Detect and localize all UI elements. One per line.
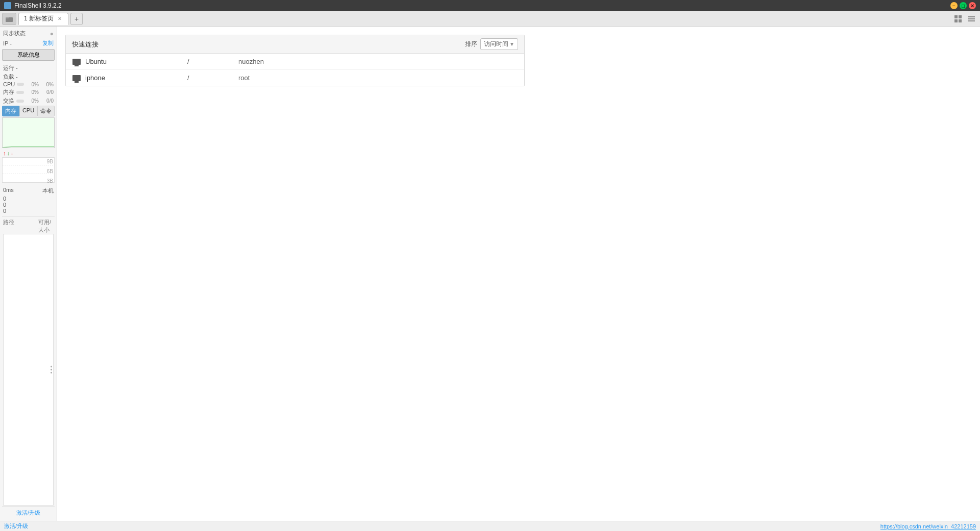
swap-right: 0/0: [41, 98, 54, 104]
quick-connect-panel: 快速连接 排序 访问时间 ▼ Ubuntu /: [65, 35, 525, 86]
net-label-6b: 6B: [47, 168, 53, 174]
memory-right: 0/0: [41, 89, 54, 95]
quick-connect-header: 快速连接 排序 访问时间 ▼: [66, 35, 524, 54]
net-label-9b: 9B: [47, 159, 53, 164]
net-val-row-2: 0: [3, 202, 54, 208]
swap-progress-bar: [16, 100, 24, 103]
folder-icon: [6, 16, 13, 22]
sort-dropdown[interactable]: 访问时间 ▼: [480, 38, 518, 50]
sync-label: 同步状态: [3, 30, 26, 37]
grid-icon: [954, 15, 962, 22]
monitor-tabs: 内存 CPU 命令: [2, 106, 55, 116]
tab-commands[interactable]: 命令: [37, 106, 55, 116]
sync-icon: ●: [50, 30, 54, 37]
net-values: 0 0 0: [2, 196, 55, 214]
upload-arrow-icon: ↑: [3, 150, 6, 156]
iphone-connection-icon: [72, 75, 81, 82]
cpu-progress-bar: [17, 83, 24, 86]
ubuntu-connection-icon: [72, 58, 81, 65]
status-bar: 激活/升级 https://blog.csdn.net/weixin_42212…: [0, 521, 980, 531]
scrollbar-dots: [51, 366, 52, 374]
iphone-connection-name: iphone: [85, 74, 187, 82]
monitor-icon-iphone: [72, 75, 81, 81]
sync-status-row: 同步状态 ●: [2, 30, 55, 37]
title-bar-controls: − □ ✕: [950, 2, 976, 9]
memory-row: 内存 0% 0/0: [2, 88, 55, 96]
swap-row: 交换 0% 0/0: [2, 97, 55, 105]
tab-cpu[interactable]: CPU: [19, 106, 37, 116]
files-path-header: 路径: [3, 219, 37, 234]
tab-bar-right: [952, 13, 980, 25]
view-grid-button[interactable]: [952, 13, 964, 25]
activate-button[interactable]: 激活/升级: [3, 509, 54, 517]
net-graph-container: 9B 6B 3B: [2, 157, 55, 185]
memory-label: 内存: [3, 88, 14, 96]
running-row: 运行 -: [2, 64, 55, 73]
maximize-button[interactable]: □: [960, 2, 967, 9]
sys-info-button[interactable]: 系统信息: [2, 49, 55, 61]
dot-1: [51, 366, 52, 368]
net-val-row-1: 0: [3, 196, 54, 202]
svg-rect-1: [6, 17, 9, 18]
chevron-down-icon: ▼: [509, 41, 514, 47]
iphone-connection-user: root: [238, 74, 250, 82]
title-bar-left: FinalShell 3.9.2.2: [4, 2, 62, 9]
dot-2: [51, 369, 52, 371]
tab-bar: 1 新标签页 ✕ +: [0, 11, 980, 27]
content-area: 快速连接 排序 访问时间 ▼ Ubuntu /: [57, 27, 980, 521]
main-area: 同步状态 ● IP - 复制 系统信息 运行 - 负载 - CPU: [0, 27, 980, 521]
svg-rect-2: [954, 15, 958, 18]
download-arrow-icon: ↓: [7, 150, 10, 156]
new-tab-button[interactable]: +: [70, 13, 83, 25]
monitor-icon-ubuntu: [72, 59, 81, 65]
tab-memory[interactable]: 内存: [2, 106, 19, 116]
cpu-label: CPU: [3, 81, 15, 87]
latency-row: 0ms 本机: [2, 187, 55, 195]
svg-rect-8: [968, 20, 975, 21]
sidebar-bottom: 激活/升级: [2, 506, 55, 518]
iphone-connection-path: /: [187, 74, 238, 82]
net-val-row-3: 0: [3, 208, 54, 214]
connection-row-ubuntu[interactable]: Ubuntu / nuozhen: [66, 54, 524, 70]
svg-rect-5: [959, 19, 962, 22]
copy-button[interactable]: 复制: [42, 39, 54, 47]
tab-label: 1 新标签页: [24, 14, 54, 23]
chart-svg: [3, 118, 54, 148]
swap-value: 0%: [26, 98, 39, 104]
swap-label: 交换: [3, 97, 14, 105]
view-list-button[interactable]: [966, 13, 977, 25]
memory-value: 0%: [26, 89, 39, 95]
ip-row: IP - 复制: [2, 39, 55, 47]
svg-rect-7: [968, 18, 975, 19]
status-bar-link[interactable]: https://blog.csdn.net/weixin_42212159: [880, 523, 976, 529]
close-button[interactable]: ✕: [969, 2, 976, 9]
cpu-value: 0%: [26, 82, 39, 87]
sort-area: 排序 访问时间 ▼: [465, 38, 518, 50]
net-neutral-icon: ↓: [11, 150, 13, 156]
ubuntu-connection-path: /: [187, 58, 238, 65]
minimize-button[interactable]: −: [950, 2, 958, 9]
connection-row-iphone[interactable]: iphone / root: [66, 70, 524, 86]
svg-rect-3: [959, 15, 962, 18]
sort-option-label: 访问时间: [484, 40, 508, 49]
title-bar: FinalShell 3.9.2.2 − □ ✕: [0, 0, 980, 11]
app-container: 1 新标签页 ✕ +: [0, 11, 980, 531]
dot-3: [51, 372, 52, 374]
files-table-header: 路径 可用/大小: [2, 216, 55, 234]
cpu-row: CPU 0% 0%: [2, 81, 55, 87]
folder-button[interactable]: [2, 13, 16, 25]
files-table-body: [3, 234, 54, 505]
svg-rect-4: [954, 19, 958, 22]
active-tab[interactable]: 1 新标签页 ✕: [18, 13, 68, 25]
status-bar-left: 激活/升级: [4, 522, 28, 530]
category-row: 负载 -: [2, 73, 55, 81]
ip-label: IP -: [3, 40, 12, 46]
net-label-3b: 3B: [47, 178, 53, 184]
tab-close-button[interactable]: ✕: [57, 16, 63, 21]
ubuntu-connection-name: Ubuntu: [85, 58, 187, 65]
memory-progress-bar: [16, 91, 24, 94]
status-activate-label[interactable]: 激活/升级: [4, 522, 28, 530]
app-title: FinalShell 3.9.2.2: [14, 2, 62, 9]
list-icon: [968, 15, 975, 22]
cpu-right: 0%: [41, 82, 54, 87]
